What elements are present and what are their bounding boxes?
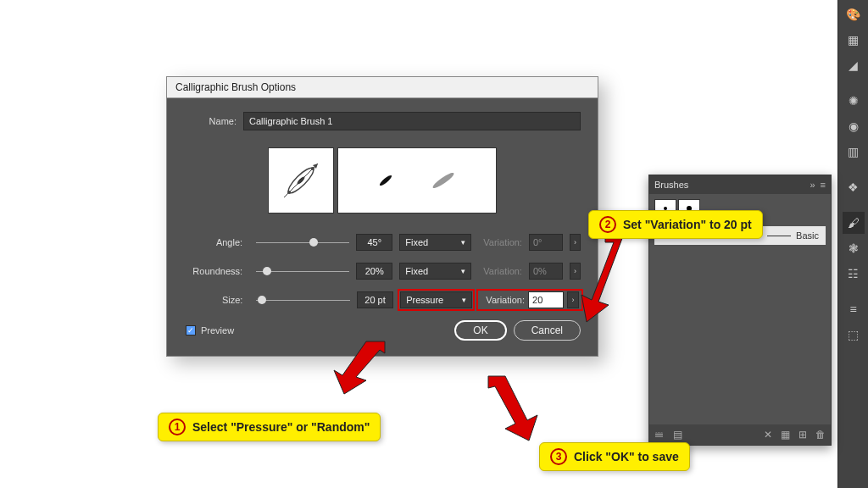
gradient-icon[interactable]: ◢ bbox=[843, 54, 865, 76]
angle-label: Angle: bbox=[184, 237, 249, 247]
callout-text: Set "Variation" to 20 pt bbox=[623, 218, 752, 231]
size-variation-label: Variation: bbox=[486, 295, 525, 305]
delete-brush-icon[interactable]: 🗑 bbox=[815, 429, 826, 441]
svg-point-7 bbox=[431, 173, 456, 188]
preview-checkbox-label: Preview bbox=[201, 325, 234, 336]
panel-menu-icon[interactable]: ≡ bbox=[821, 180, 826, 190]
gear-icon[interactable]: ✺ bbox=[843, 90, 865, 112]
roundness-variation-label: Variation: bbox=[483, 266, 522, 276]
roundness-mode-dropdown[interactable]: Fixed▾ bbox=[399, 263, 471, 280]
chevron-down-icon: ▾ bbox=[461, 238, 465, 247]
cancel-button[interactable]: Cancel bbox=[514, 320, 581, 341]
brush-preview bbox=[184, 147, 581, 214]
brush-angle-preview[interactable] bbox=[268, 147, 334, 214]
angle-indicator-icon bbox=[277, 157, 325, 204]
callout-text: Select "Pressure" or "Random" bbox=[192, 420, 370, 434]
basic-stroke-icon bbox=[767, 236, 791, 236]
stroke-sample-icon bbox=[376, 175, 395, 186]
chevron-down-icon: ▾ bbox=[462, 296, 466, 304]
annotation-arrow bbox=[481, 374, 541, 442]
callout-text: Click "OK" to save bbox=[574, 450, 679, 463]
stroke-icon[interactable]: ≡ bbox=[843, 298, 865, 320]
svg-point-4 bbox=[287, 191, 291, 194]
chevron-down-icon: ▾ bbox=[461, 267, 465, 275]
angle-value[interactable]: 45° bbox=[356, 234, 392, 251]
callout-number: 2 bbox=[599, 216, 616, 233]
roundness-label: Roundness: bbox=[184, 266, 249, 276]
stroke-sample-icon bbox=[429, 173, 458, 188]
library-menu-icon[interactable]: ▤ bbox=[673, 429, 682, 441]
callout-2: 2 Set "Variation" to 20 pt bbox=[588, 210, 763, 239]
preview-checkbox[interactable]: ✓ Preview bbox=[186, 325, 234, 336]
brush-stroke-preview bbox=[337, 147, 497, 214]
collapse-icon[interactable]: » bbox=[810, 180, 815, 190]
name-label: Name: bbox=[184, 116, 243, 126]
brush-options-dialog: Calligraphic Brush Options Name: bbox=[166, 76, 598, 357]
color-icon[interactable]: 🎨 bbox=[843, 3, 865, 25]
ok-button[interactable]: OK bbox=[454, 320, 506, 341]
size-variation-stepper[interactable]: › bbox=[567, 291, 579, 308]
swatch-icon[interactable]: ▦ bbox=[843, 29, 865, 51]
brushes-panel-title: Brushes bbox=[654, 180, 810, 190]
size-value[interactable]: 20 pt bbox=[357, 291, 393, 308]
roundness-value[interactable]: 20% bbox=[356, 263, 392, 280]
symbols-icon[interactable]: ❃ bbox=[843, 237, 865, 259]
angle-mode-dropdown[interactable]: Fixed▾ bbox=[399, 234, 471, 251]
callout-number: 1 bbox=[169, 419, 186, 435]
remove-stroke-icon[interactable]: ✕ bbox=[764, 429, 772, 441]
brush-name-input[interactable] bbox=[243, 112, 581, 130]
roundness-variation-stepper: › bbox=[570, 263, 581, 280]
angle-variation-value: 0° bbox=[529, 234, 563, 251]
dialog-title: Calligraphic Brush Options bbox=[167, 77, 598, 98]
angle-variation-stepper: › bbox=[570, 234, 581, 251]
libraries-icon[interactable]: ⩸ bbox=[654, 429, 665, 441]
callout-number: 3 bbox=[550, 448, 567, 465]
align-icon[interactable]: ☷ bbox=[843, 263, 865, 285]
roundness-variation-value: 0% bbox=[529, 263, 563, 280]
app-right-toolbar: 🎨 ▦ ◢ ✺ ◉ ▥ ❖ 🖌 ❃ ☷ ≡ ⬚ bbox=[837, 0, 868, 488]
layers-icon[interactable]: ❖ bbox=[843, 176, 865, 198]
callout-1: 1 Select "Pressure" or "Random" bbox=[158, 413, 381, 441]
svg-point-5 bbox=[311, 167, 314, 170]
options-icon[interactable]: ▦ bbox=[781, 429, 790, 441]
brushes-panel-header: Brushes » ≡ bbox=[649, 175, 831, 194]
new-brush-icon[interactable]: ⊞ bbox=[798, 429, 807, 441]
svg-point-6 bbox=[378, 175, 392, 186]
size-variation-input[interactable]: 20 bbox=[528, 291, 564, 308]
size-slider[interactable] bbox=[256, 296, 350, 304]
callout-3: 3 Click "OK" to save bbox=[539, 442, 690, 471]
svg-marker-10 bbox=[488, 376, 537, 441]
size-mode-dropdown[interactable]: Pressure▾ bbox=[400, 291, 472, 308]
transform-icon[interactable]: ⬚ bbox=[843, 324, 865, 346]
graphic-styles-icon[interactable]: ▥ bbox=[843, 141, 865, 163]
brushes-icon[interactable]: 🖌 bbox=[843, 212, 865, 234]
angle-slider[interactable] bbox=[256, 238, 349, 247]
appearance-icon[interactable]: ◉ bbox=[843, 115, 865, 137]
size-label: Size: bbox=[184, 295, 249, 305]
roundness-slider[interactable] bbox=[256, 267, 349, 275]
angle-variation-label: Variation: bbox=[483, 237, 522, 247]
brush-basic-label: Basic bbox=[796, 230, 819, 241]
